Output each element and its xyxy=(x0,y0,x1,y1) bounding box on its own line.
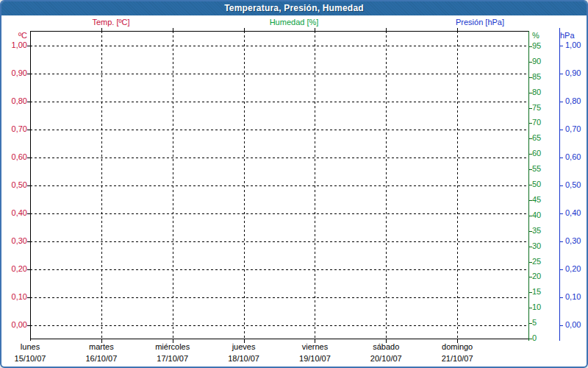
humidity-axis-tick-label: 85 xyxy=(532,72,541,82)
x-axis-date-label: 20/10/07 xyxy=(370,354,402,364)
humidity-axis-tick-label: 45 xyxy=(532,195,541,205)
humidity-axis-tick-label: 10 xyxy=(532,302,541,312)
pressure-axis-tick-label: 0,40 xyxy=(565,208,581,218)
x-axis-day-label: miércoles xyxy=(155,342,190,352)
x-axis-day-label: martes xyxy=(89,342,114,352)
temp-axis-tick-label: 1,00 xyxy=(0,40,27,50)
humidity-axis-tick-label: 5 xyxy=(532,318,537,328)
x-axis-day-label: jueves xyxy=(232,342,256,352)
x-axis-day-label: viernes xyxy=(302,342,328,352)
pressure-axis-tick-label: 0,70 xyxy=(565,124,581,134)
humidity-axis-tick-label: 70 xyxy=(532,118,541,127)
humidity-axis-tick-label: 60 xyxy=(532,149,541,158)
pressure-axis-tick-label: 0,00 xyxy=(565,320,581,330)
humidity-axis-tick-label: 25 xyxy=(532,257,541,266)
x-axis-day-label: domingo xyxy=(442,342,473,352)
pressure-axis-tick-label: 1,00 xyxy=(565,40,581,50)
x-axis-date-label: 21/10/07 xyxy=(442,354,473,364)
humidity-axis-tick-label: 35 xyxy=(532,226,541,236)
x-axis-date-label: 17/10/07 xyxy=(157,354,188,364)
humidity-axis-tick-label: 20 xyxy=(532,272,541,281)
x-axis-date-label: 16/10/07 xyxy=(85,354,117,364)
temp-axis-tick-label: 0,50 xyxy=(0,180,27,190)
temp-axis-tick-label: 0,40 xyxy=(0,208,27,218)
humidity-axis-tick-label: 30 xyxy=(532,241,541,251)
temp-axis-tick-label: 0,70 xyxy=(0,124,27,134)
humidity-axis-tick-label: 40 xyxy=(532,210,541,220)
pressure-axis-tick-label: 0,60 xyxy=(565,152,581,162)
humidity-axis-tick-label: 80 xyxy=(532,88,541,97)
humidity-axis-tick-label: 0 xyxy=(532,333,537,343)
humidity-axis-tick-label: 55 xyxy=(532,164,541,174)
temp-axis-tick-label: 0,00 xyxy=(0,320,27,330)
humidity-axis-tick-label: 65 xyxy=(532,133,541,143)
x-axis-day-label: lunes xyxy=(21,342,40,352)
chart-window: Temperatura, Presión, Humedad Temp. [ºC]… xyxy=(0,0,588,368)
x-axis-date-label: 19/10/07 xyxy=(299,354,331,364)
temp-axis-tick-label: 0,20 xyxy=(0,264,27,274)
humidity-axis-tick-label: 50 xyxy=(532,180,541,189)
x-axis-date-label: 15/10/07 xyxy=(15,354,46,364)
temp-axis-tick-label: 0,80 xyxy=(0,96,27,106)
x-axis-day-label: sábado xyxy=(373,342,399,352)
pressure-axis-tick-label: 0,50 xyxy=(565,180,581,190)
humidity-axis-tick-label: 95 xyxy=(532,41,541,51)
humidity-axis-unit-label: % xyxy=(532,31,539,40)
pressure-axis-tick-label: 0,20 xyxy=(565,264,581,274)
pressure-axis-tick-label: 0,90 xyxy=(565,68,581,78)
temp-axis-tick-label: 0,60 xyxy=(0,152,27,162)
temp-axis-tick-label: 0,90 xyxy=(0,68,27,78)
pressure-axis-tick-label: 0,10 xyxy=(565,292,581,302)
temp-axis-tick-label: 0,10 xyxy=(0,292,27,302)
x-axis-date-label: 18/10/07 xyxy=(228,354,259,364)
humidity-axis-tick-label: 75 xyxy=(532,103,541,113)
chart-grid-canvas xyxy=(0,0,588,368)
pressure-axis-unit-label: hPa xyxy=(560,31,575,40)
chart-layer: Temperatura, Presión, Humedad Temp. [ºC]… xyxy=(0,0,588,368)
temp-axis-unit-label: ºC xyxy=(0,31,27,40)
temp-axis-tick-label: 0,30 xyxy=(0,236,27,246)
humidity-axis-tick-label: 15 xyxy=(532,287,541,297)
pressure-axis-tick-label: 0,80 xyxy=(565,96,581,106)
humidity-axis-tick-label: 90 xyxy=(532,57,541,66)
pressure-axis-tick-label: 0,30 xyxy=(565,236,581,246)
